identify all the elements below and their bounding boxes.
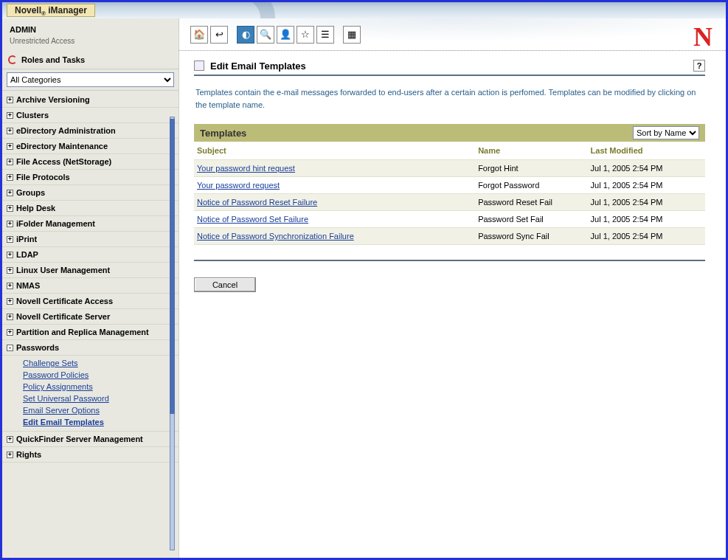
tree-child-link[interactable]: Password Policies bbox=[23, 369, 178, 381]
tree-item[interactable]: +Novell Certificate Server bbox=[2, 309, 178, 325]
exit-icon[interactable]: ↩ bbox=[210, 26, 228, 44]
tree-item[interactable]: +eDirectory Administration bbox=[2, 123, 178, 139]
tree-item-label: Archive Versioning bbox=[16, 95, 90, 104]
sidebar-title-row: Roles and Tasks bbox=[2, 51, 178, 69]
user-panel: ADMIN Unrestricted Access bbox=[2, 18, 179, 51]
tree-item-label: Linux User Management bbox=[16, 266, 110, 274]
tree-child-link[interactable]: Set Universal Password bbox=[23, 393, 178, 404]
tree-item[interactable]: +Groups bbox=[2, 185, 178, 201]
tree-item[interactable]: +File Protocols bbox=[2, 170, 178, 185]
tree-item-label: Partition and Replica Management bbox=[16, 328, 149, 336]
template-subject-link[interactable]: Notice of Password Synchronization Failu… bbox=[197, 232, 354, 241]
col-subject: Subject bbox=[194, 142, 475, 160]
tree-item[interactable]: +Clusters bbox=[2, 108, 178, 123]
brand-name: iManager bbox=[48, 5, 87, 15]
template-name: Password Set Fail bbox=[475, 211, 587, 228]
category-select[interactable]: All Categories bbox=[7, 72, 174, 87]
tree-item-label: LDAP bbox=[16, 250, 38, 259]
tree-child-link[interactable]: Edit Email Templates bbox=[23, 416, 178, 428]
template-subject-link[interactable]: Your password hint request bbox=[197, 164, 295, 173]
expand-icon[interactable]: + bbox=[7, 174, 13, 181]
brand-bar: Novell® iManager bbox=[2, 2, 726, 18]
tree-item[interactable]: +Novell Certificate Access bbox=[2, 294, 178, 309]
help-button[interactable]: ? bbox=[693, 60, 705, 72]
tree-item[interactable]: +QuickFinder Server Management bbox=[2, 432, 178, 447]
expand-icon[interactable]: + bbox=[7, 236, 13, 243]
table-row: Notice of Password Reset FailurePassword… bbox=[194, 194, 705, 211]
tree-item-label: File Protocols bbox=[16, 173, 70, 182]
expand-icon[interactable]: + bbox=[7, 314, 13, 320]
templates-table: Subject Name Last Modified Your password… bbox=[194, 142, 705, 245]
table-header-row: Subject Name Last Modified bbox=[194, 142, 705, 160]
expand-icon[interactable]: + bbox=[7, 221, 13, 227]
sidebar-scroll-thumb[interactable] bbox=[170, 119, 175, 414]
expand-icon[interactable]: + bbox=[7, 205, 13, 212]
tree-item-label: NMAS bbox=[16, 281, 40, 290]
expand-icon[interactable]: + bbox=[7, 159, 13, 165]
templates-section-bar: Templates Sort by Name bbox=[194, 124, 705, 142]
expand-icon[interactable]: + bbox=[7, 190, 13, 196]
template-last-modified: Jul 1, 2005 2:54 PM bbox=[588, 160, 705, 177]
expand-icon[interactable]: + bbox=[7, 97, 13, 103]
expand-icon[interactable]: + bbox=[7, 436, 13, 443]
expand-icon[interactable]: + bbox=[7, 112, 13, 119]
template-name: Forgot Hint bbox=[475, 160, 587, 177]
intro-text: Templates contain the e-mail messages fo… bbox=[194, 76, 705, 124]
expand-icon[interactable]: + bbox=[7, 298, 13, 305]
tree-item[interactable]: +Help Desk bbox=[2, 201, 178, 216]
template-subject-link[interactable]: Your password request bbox=[197, 181, 280, 190]
template-last-modified: Jul 1, 2005 2:54 PM bbox=[588, 194, 705, 211]
tree-item[interactable]: +Archive Versioning bbox=[2, 92, 178, 108]
expand-icon[interactable]: + bbox=[7, 267, 13, 274]
brand-product: Novell bbox=[15, 5, 41, 15]
tree-child-link[interactable]: Email Server Options bbox=[23, 404, 178, 416]
role-icon[interactable]: ◐ bbox=[237, 26, 254, 44]
tree-item[interactable]: +Linux User Management bbox=[2, 263, 178, 278]
main-content: Edit Email Templates ? Templates contain… bbox=[179, 51, 726, 558]
col-name: Name bbox=[475, 142, 587, 160]
template-name: Password Sync Fail bbox=[475, 228, 587, 245]
tree-item-label: eDirectory Maintenance bbox=[16, 142, 108, 151]
template-subject-link[interactable]: Notice of Password Reset Failure bbox=[197, 198, 317, 207]
col-last-modified: Last Modified bbox=[588, 142, 705, 160]
table-row: Your password requestForgot PasswordJul … bbox=[194, 177, 705, 194]
tree-item-label: Passwords bbox=[16, 343, 59, 352]
tree-item-label: eDirectory Administration bbox=[16, 126, 116, 135]
expand-icon[interactable]: + bbox=[7, 329, 13, 336]
config-icon[interactable]: ▦ bbox=[343, 26, 361, 44]
collapse-icon[interactable]: - bbox=[7, 345, 13, 351]
expand-icon[interactable]: + bbox=[7, 128, 13, 134]
expand-icon[interactable]: + bbox=[7, 452, 13, 458]
expand-icon[interactable]: + bbox=[7, 283, 13, 289]
tree-item[interactable]: +eDirectory Maintenance bbox=[2, 139, 178, 154]
list-icon[interactable]: ☰ bbox=[316, 26, 334, 44]
search-icon[interactable]: 🔍 bbox=[257, 26, 274, 44]
sort-select[interactable]: Sort by Name bbox=[633, 126, 699, 139]
tree-item[interactable]: +iFolder Management bbox=[2, 216, 178, 232]
expand-icon[interactable]: + bbox=[7, 143, 13, 150]
template-subject-link[interactable]: Notice of Password Set Failure bbox=[197, 215, 308, 224]
tree-child-link[interactable]: Challenge Sets bbox=[23, 357, 178, 369]
tree-child-link[interactable]: Policy Assignments bbox=[23, 381, 178, 393]
section-label: Templates bbox=[200, 128, 246, 139]
tree-item[interactable]: +LDAP bbox=[2, 247, 178, 263]
tree-item-label: iPrint bbox=[16, 235, 37, 243]
divider bbox=[194, 260, 705, 261]
user-icon[interactable]: 👤 bbox=[277, 26, 294, 44]
tree-item[interactable]: -Passwords bbox=[2, 340, 178, 356]
tree-item-label: Help Desk bbox=[16, 204, 55, 212]
favorite-icon[interactable]: ☆ bbox=[297, 26, 314, 44]
tree-item[interactable]: +File Access (NetStorage) bbox=[2, 154, 178, 170]
tree-item-label: Clusters bbox=[16, 111, 49, 120]
table-row: Your password hint requestForgot HintJul… bbox=[194, 160, 705, 177]
expand-icon[interactable]: + bbox=[7, 252, 13, 258]
cancel-button[interactable]: Cancel bbox=[194, 277, 256, 292]
tree-item-label: Rights bbox=[16, 450, 41, 459]
home-icon[interactable]: 🏠 bbox=[190, 26, 208, 44]
page-title: Edit Email Templates bbox=[210, 61, 306, 72]
access-level: Unrestricted Access bbox=[10, 37, 171, 45]
tree-item[interactable]: +iPrint bbox=[2, 232, 178, 247]
tree-item[interactable]: +Partition and Replica Management bbox=[2, 325, 178, 340]
tree-item[interactable]: +NMAS bbox=[2, 278, 178, 294]
tree-item[interactable]: +Rights bbox=[2, 447, 178, 463]
